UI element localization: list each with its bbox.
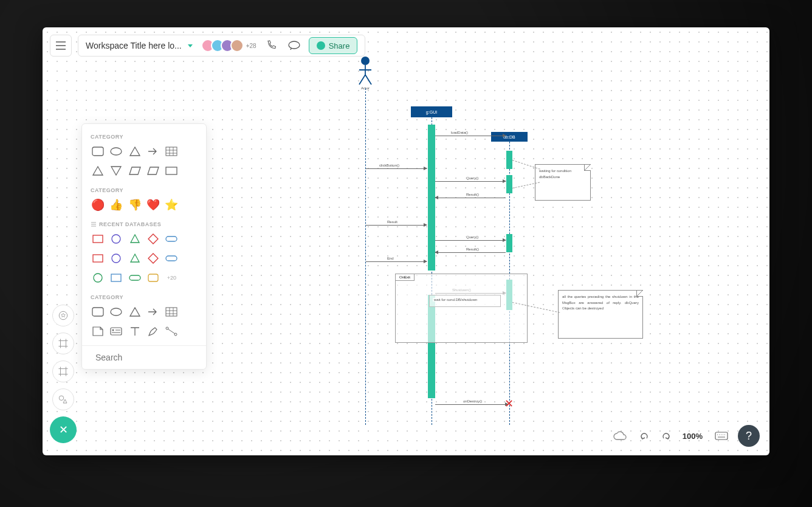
undo-button[interactable] <box>636 427 652 445</box>
message-arrow[interactable] <box>435 198 506 198</box>
message-arrow[interactable] <box>435 252 506 253</box>
shape-blue-pill[interactable] <box>164 252 179 265</box>
shape-rounded-rect[interactable] <box>91 305 105 319</box>
activation-bar[interactable] <box>506 175 512 193</box>
message-arrow[interactable] <box>435 181 506 182</box>
shape-green-circle[interactable] <box>91 271 105 285</box>
shape-purple-circle[interactable] <box>109 252 123 265</box>
emoji-thumbs-down[interactable]: 👎 <box>128 198 142 212</box>
shape-triangle[interactable] <box>128 145 142 158</box>
shape-green-triangle[interactable] <box>128 232 142 246</box>
shape-note[interactable] <box>91 325 105 338</box>
message-arrow[interactable] <box>435 240 506 241</box>
shape-arrow[interactable] <box>146 145 160 158</box>
shape-text[interactable] <box>128 325 142 338</box>
shape-triangle[interactable] <box>128 305 142 319</box>
actor-lifeline[interactable] <box>365 88 366 425</box>
svg-rect-10 <box>93 255 103 262</box>
collaborator-avatars[interactable]: +28 <box>205 39 256 52</box>
svg-point-11 <box>112 254 120 263</box>
svg-rect-12 <box>166 256 177 261</box>
message-label: Query() <box>465 235 480 239</box>
frame-button[interactable] <box>52 333 74 354</box>
destroy-icon[interactable]: ✕ <box>504 397 514 410</box>
cloud-icon <box>613 431 627 441</box>
shape-connector[interactable] <box>164 325 179 338</box>
canvas-frame: Workspace Title here lo... +28 <box>43 27 769 455</box>
shape-green-pill[interactable] <box>128 271 142 285</box>
list-icon <box>91 221 97 227</box>
shape-yellow-round[interactable] <box>146 271 160 285</box>
shape-rounded-rect[interactable] <box>91 145 105 158</box>
shape-red-diamond[interactable] <box>146 232 160 246</box>
zoom-level[interactable]: 100% <box>680 432 705 441</box>
share-button[interactable]: Share <box>309 37 358 54</box>
emoji-thumbs-up[interactable]: 👍 <box>109 198 123 212</box>
note[interactable]: all the queries preceding the shutdown i… <box>558 290 643 339</box>
shape-rect[interactable] <box>164 164 179 178</box>
avatar-overflow-count[interactable]: +28 <box>246 43 256 49</box>
workspace-title[interactable]: Workspace Title here lo... <box>86 41 182 50</box>
comment-button[interactable] <box>286 37 303 54</box>
globe-icon <box>317 41 325 50</box>
shape-blue-pill[interactable] <box>164 232 179 246</box>
shape-ellipse[interactable] <box>109 145 123 158</box>
close-panel-button[interactable]: ✕ <box>50 416 77 443</box>
redo-button[interactable] <box>658 427 674 445</box>
hamburger-menu-button[interactable] <box>50 35 72 57</box>
shape-red-rect[interactable] <box>91 232 105 246</box>
message-label: Result() <box>465 193 480 196</box>
svg-rect-25 <box>715 432 728 440</box>
frame-button-2[interactable] <box>52 360 74 382</box>
category-label: CATEGORY <box>91 134 198 140</box>
shapes-button[interactable] <box>52 388 74 410</box>
activation-bar[interactable] <box>506 151 512 169</box>
keyboard-icon <box>715 432 728 440</box>
frame-icon <box>58 338 69 349</box>
note[interactable]: waiting for condition dbBackDone <box>535 164 591 201</box>
message-arrow[interactable] <box>366 261 427 262</box>
shape-table[interactable] <box>164 305 179 319</box>
shape-purple-circle[interactable] <box>109 232 123 246</box>
cloud-sync-button[interactable] <box>610 427 630 445</box>
shape-table[interactable] <box>164 145 179 158</box>
svg-point-13 <box>94 274 102 282</box>
shape-parallelogram-2[interactable] <box>146 164 160 178</box>
emoji-heart[interactable]: ❤️ <box>146 198 160 212</box>
svg-rect-5 <box>166 147 177 156</box>
favorites-button[interactable] <box>52 305 74 326</box>
help-button[interactable]: ? <box>738 425 760 447</box>
message-arrow[interactable] <box>366 168 427 169</box>
message-label: Result <box>386 220 399 224</box>
shape-pen[interactable] <box>146 325 160 338</box>
emoji-star[interactable]: ⭐ <box>164 198 179 212</box>
shape-triangle-up[interactable] <box>91 164 105 178</box>
emoji-red-circle[interactable]: 🔴 <box>91 198 105 212</box>
shape-card[interactable] <box>109 325 123 338</box>
more-shapes-count[interactable]: +20 <box>164 271 179 285</box>
message-arrow[interactable] <box>366 225 427 226</box>
object-box-gui[interactable]: g:GUI <box>411 106 452 117</box>
actor-body-icon[interactable] <box>356 64 375 86</box>
object-box-db[interactable]: db:DB <box>491 132 528 142</box>
shape-green-triangle[interactable] <box>128 252 142 265</box>
shape-red-diamond[interactable] <box>146 252 160 265</box>
shapes-panel: CATEGORY CATEGORY 🔴 <box>81 123 207 370</box>
shape-parallelogram[interactable] <box>128 164 142 178</box>
keyboard-button[interactable] <box>711 427 732 445</box>
call-button[interactable] <box>263 37 280 54</box>
message-arrow[interactable] <box>435 136 506 136</box>
avatar[interactable] <box>230 39 244 52</box>
combined-fragment[interactable]: OnExit <box>395 274 528 343</box>
title-dropdown-caret-icon[interactable] <box>188 44 193 47</box>
shape-blue-rect[interactable] <box>109 271 123 285</box>
workspace-title-bar: Workspace Title here lo... +28 <box>78 35 365 57</box>
activation-bar[interactable] <box>506 234 512 252</box>
shape-search-input[interactable] <box>95 353 202 362</box>
shape-arrow[interactable] <box>146 305 160 319</box>
message-label: clickButton() <box>378 164 401 167</box>
shape-triangle-down[interactable] <box>109 164 123 178</box>
message-arrow[interactable] <box>435 404 508 405</box>
shape-ellipse[interactable] <box>109 305 123 319</box>
shape-red-rect[interactable] <box>91 252 105 265</box>
